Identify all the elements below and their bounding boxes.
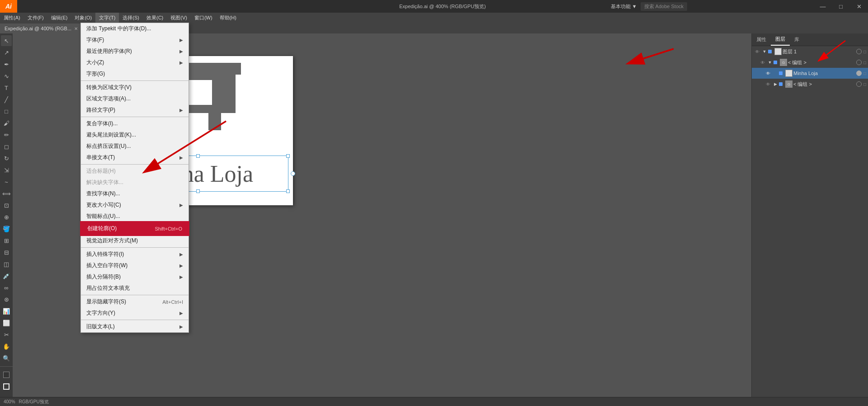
layer-lock-layer1[interactable]: □ [863, 49, 866, 54]
rect-tool[interactable]: □ [1, 106, 12, 117]
column-graph-tool[interactable]: 📊 [1, 306, 12, 316]
menu-effect[interactable]: 效果(C) [143, 13, 167, 23]
menu-create-outlines[interactable]: 创建轮廓(O) Shift+Ctrl+O [81, 222, 189, 235]
warp-tool[interactable]: ~ [1, 176, 12, 187]
fill-color[interactable] [1, 369, 12, 380]
menu-font[interactable]: 字体(F) ▶ [81, 34, 189, 46]
stroke-color[interactable] [1, 381, 12, 392]
paintbrush-tool[interactable]: 🖌 [1, 118, 12, 128]
perspective-grid-tool[interactable]: ⊞ [1, 235, 12, 246]
separator-1 [81, 80, 189, 81]
handle-tr[interactable] [286, 154, 290, 158]
layer-row-minha-loja[interactable]: 👁 Minha Loja □ [752, 68, 868, 79]
eyedropper-tool[interactable]: 💉 [1, 270, 12, 281]
menu-show-hidden-chars[interactable]: 显示隐藏字符(S) Alt+Ctrl+I [81, 296, 189, 307]
menu-size[interactable]: 大小(Z) ▶ [81, 57, 189, 68]
menu-fill-placeholder[interactable]: 用占位符文本填充 [81, 283, 189, 294]
layer-lock-group1[interactable]: □ [863, 60, 866, 65]
layer-expand-group1[interactable]: ▼ [767, 60, 773, 65]
menu-composite-fonts[interactable]: 复合字体(I)... [81, 118, 189, 129]
scale-tool[interactable]: ⇲ [1, 165, 12, 175]
layer-target-group1[interactable] [856, 60, 862, 65]
layer-visibility-layer1[interactable]: 👁 [754, 48, 761, 55]
workspace-selector[interactable]: 基本功能 ▼ [611, 3, 637, 10]
layer-visibility-group1[interactable]: 👁 [759, 59, 766, 66]
layer-visibility-group2[interactable]: 👁 [764, 80, 772, 88]
type-tool[interactable]: T [1, 82, 12, 93]
menu-object[interactable]: 编辑(E) [47, 13, 71, 23]
tab-close-button[interactable]: ✕ [74, 26, 78, 31]
menu-type-on-path[interactable]: 路径文字(P) ▶ [81, 104, 189, 116]
menu-find-font[interactable]: 查找字体(N)... [81, 188, 189, 199]
layer-lock-group2[interactable]: □ [863, 82, 866, 87]
minimize-button[interactable]: — [814, 0, 832, 13]
handle-br[interactable] [286, 189, 290, 193]
menu-mojikumi[interactable]: 标点挤压设置(U)... [81, 141, 189, 152]
menu-type-trigger[interactable]: 对象(O) [71, 13, 95, 23]
mesh-tool[interactable]: ⊟ [1, 247, 12, 258]
menu-type-orientation[interactable]: 文字方向(Y) ▶ [81, 307, 189, 319]
layer-visibility-minha-loja[interactable]: 👁 [764, 70, 772, 77]
live-paint-tool[interactable]: 🪣 [1, 223, 12, 234]
right-panel: 属性 图层 库 👁 ▼ 图层 1 □ 👁 ▼ [751, 33, 868, 397]
search-adobe-stock[interactable]: 搜索 Adobe Stock [641, 2, 687, 11]
handle-bc[interactable] [196, 189, 200, 193]
layer-expand-group2[interactable]: ▶ [773, 82, 778, 86]
tab-properties[interactable]: 属性 [752, 33, 771, 46]
menu-help[interactable]: 帮助(H) [216, 13, 240, 23]
select-tool[interactable]: ↖ [1, 35, 12, 46]
symbol-sprayer-tool[interactable]: ⊛ [1, 294, 12, 305]
menu-insert-break-char[interactable]: 插入分隔符(B) ▶ [81, 271, 189, 283]
shape-builder-tool[interactable]: ⊕ [1, 212, 12, 222]
document-tab[interactable]: Expedição.ai @ 400% (RGB... ✕ [0, 24, 83, 33]
layer-row-group2[interactable]: 👁 ▶ G < 编组 > □ [752, 79, 868, 90]
menu-area-type-options[interactable]: 区域文字选项(A)... [81, 93, 189, 104]
menu-smart-punctuation[interactable]: 智能标点(U)... [81, 211, 189, 222]
free-transform-tool[interactable]: ⊡ [1, 200, 12, 211]
menu-edit[interactable]: 文件(F) [24, 13, 47, 23]
line-tool[interactable]: ╱ [1, 94, 12, 105]
layer-target-layer1[interactable] [856, 49, 862, 54]
layer-row-group1[interactable]: 👁 ▼ G < 编组 > □ [752, 57, 868, 68]
menu-window[interactable]: 窗口(W) [191, 13, 216, 23]
gradient-tool[interactable]: ◫ [1, 259, 12, 269]
menu-insert-whitespace[interactable]: 插入空白字符(W) ▶ [81, 260, 189, 271]
menu-view[interactable]: 视图(V) [167, 13, 191, 23]
menu-select[interactable]: 选择(S) [119, 13, 143, 23]
tab-layers[interactable]: 图层 [771, 33, 790, 46]
direct-select-tool[interactable]: ↗ [1, 47, 12, 58]
layer-lock-minha-loja[interactable]: □ [863, 71, 866, 76]
menu-recent-font[interactable]: 最近使用的字体(R) ▶ [81, 46, 189, 57]
maximize-button[interactable]: □ [832, 0, 850, 13]
blend-tool[interactable]: ∞ [1, 282, 12, 293]
rotate-tool[interactable]: ↻ [1, 153, 12, 164]
pen-tool[interactable]: ✒ [1, 59, 12, 70]
layer-expand-layer1[interactable]: ▼ [762, 49, 767, 54]
hand-tool[interactable]: ✋ [1, 341, 12, 352]
artboard-tool[interactable]: ⬜ [1, 317, 12, 328]
menu-insert-special-char[interactable]: 插入特殊字符(I) ▶ [81, 249, 189, 260]
layer-target-group2[interactable] [856, 81, 862, 87]
menu-type[interactable]: 文字(T) [95, 13, 119, 23]
width-tool[interactable]: ⟺ [1, 188, 12, 199]
menu-legacy-text[interactable]: 旧版文本(L) ▶ [81, 321, 189, 332]
layer-row-layer1[interactable]: 👁 ▼ 图层 1 □ [752, 46, 868, 57]
menu-convert-area-type[interactable]: 转换为区域文字(V) [81, 82, 189, 93]
zoom-tool[interactable]: 🔍 [1, 353, 12, 364]
menu-change-case[interactable]: 更改大小写(C) ▶ [81, 199, 189, 211]
menu-glyphs[interactable]: 字形(G) [81, 68, 189, 80]
handle-tc[interactable] [196, 154, 200, 158]
menu-kinsoku[interactable]: 避头尾法则设置(K)... [81, 129, 189, 141]
menu-file[interactable]: 属性(A) [0, 13, 24, 23]
tab-library[interactable]: 库 [790, 33, 804, 46]
menu-add-typekit[interactable]: 添加 Typekit 中的字体(D)... [81, 23, 189, 34]
handle-mr[interactable] [291, 171, 295, 176]
menu-threaded-text[interactable]: 串接文本(T) ▶ [81, 152, 189, 163]
eraser-tool[interactable]: ◻ [1, 141, 12, 152]
menu-optical-margin[interactable]: 视觉边距对齐方式(M) [81, 235, 189, 246]
curvature-tool[interactable]: ∿ [1, 71, 12, 81]
slice-tool[interactable]: ✂ [1, 329, 12, 340]
pencil-tool[interactable]: ✏ [1, 129, 12, 140]
layer-target-minha-loja[interactable] [856, 71, 862, 76]
close-button[interactable]: ✕ [850, 0, 868, 13]
